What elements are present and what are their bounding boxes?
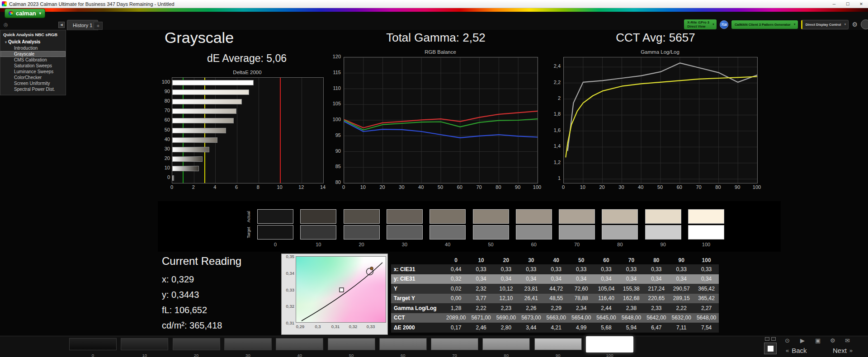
table-cell: 5663,00: [544, 315, 569, 321]
table-cell: 0,34: [669, 276, 694, 282]
level-patch-20[interactable]: [173, 338, 220, 350]
table-cell: 2,38: [619, 305, 644, 311]
sidebar-item-luminance-sweeps[interactable]: Luminance Sweeps: [0, 69, 66, 75]
meter-mode: Direct View: [687, 24, 709, 28]
table-cell: 2,32: [468, 286, 493, 292]
level-patch-30[interactable]: [224, 338, 272, 350]
table-cell: 2,29: [544, 305, 569, 311]
level-patch-70[interactable]: [431, 338, 478, 350]
table-cell: 5690,00: [494, 315, 519, 321]
table-cell: 72,60: [569, 286, 594, 292]
rgb-plot-x-tick: 60: [454, 184, 465, 190]
table-cell: 1,28: [443, 305, 468, 311]
sidebar-item-introduction[interactable]: Introduction: [0, 45, 66, 51]
table-cell: 116,40: [594, 295, 618, 301]
deltae-xlabels: 02468101214: [156, 69, 328, 193]
target-swatch-30: [387, 225, 423, 240]
actual-swatch-60: [516, 209, 552, 224]
sidebar-item-saturation-sweeps[interactable]: Saturation Sweeps: [0, 63, 66, 69]
table-cell: 2,34: [569, 305, 594, 311]
cie-x-tick: 0,3: [311, 324, 324, 329]
pattern-generator-selector[interactable]: CalMAN Client 3 Pattern Generator ▼: [731, 20, 798, 29]
app-window: Calman 2023 Calman Ultimate for Business…: [0, 0, 868, 357]
level-patch-100[interactable]: [586, 336, 633, 352]
table-cell: 0,33: [468, 266, 493, 272]
calman-logo-text: calman: [16, 10, 36, 17]
single-view-toggle[interactable]: [764, 343, 777, 354]
back-button[interactable]: « Back: [786, 347, 807, 354]
swatch-level-label: 40: [429, 242, 466, 247]
rgb-balance-chart: RGB Balance 12011511010510095908580 0102…: [327, 49, 544, 192]
level-patch-80[interactable]: [482, 338, 530, 350]
level-patch-label: 70: [431, 353, 478, 357]
calman-menu-button[interactable]: calman ▾: [5, 9, 45, 18]
level-patch-50[interactable]: [328, 338, 375, 350]
sidebar-item-cms-calibration[interactable]: CMS Calibration: [0, 57, 66, 63]
table-cell: 0,33: [494, 266, 519, 272]
table-cell: 5648,00: [694, 315, 719, 321]
save-icon[interactable]: ▣: [815, 337, 821, 344]
deltae-x-tick: 14: [317, 184, 328, 190]
minimize-button[interactable]: ─: [827, 0, 841, 8]
actual-swatch-20: [344, 209, 380, 224]
level-patch-90[interactable]: [534, 338, 582, 350]
table-cell: 6,47: [644, 324, 669, 331]
maximize-button[interactable]: ☐: [841, 0, 854, 8]
session-icon[interactable]: [861, 19, 868, 29]
table-cell: 0,34: [519, 276, 543, 282]
actual-swatch-80: [602, 209, 638, 224]
swatch-level-label: 80: [602, 242, 638, 247]
actual-swatch-0: [257, 209, 293, 224]
sidebar-item-colorchecker[interactable]: ColorChecker: [0, 75, 66, 80]
add-tab-button[interactable]: +: [94, 22, 103, 30]
target-swatch-40: [429, 225, 466, 240]
gear-icon[interactable]: ⚙: [830, 337, 835, 344]
gamma-plot-x-tick: 90: [732, 184, 743, 190]
table-cell: 0,34: [468, 276, 493, 282]
level-patch-40[interactable]: [276, 338, 323, 350]
level-patch-0[interactable]: [69, 338, 117, 350]
table-cell: 0,34: [569, 276, 594, 282]
sidebar-item-grayscale[interactable]: Grayscale: [0, 51, 66, 57]
reading-cdm2: cd/m²: 365,418: [162, 320, 222, 331]
window-layout-icon[interactable]: [765, 337, 769, 341]
sidebar-collapse-button[interactable]: ◀: [58, 22, 65, 28]
level-patch-10[interactable]: [121, 338, 168, 350]
table-cell: 2,44: [594, 305, 618, 311]
mail-icon[interactable]: ✉: [845, 337, 850, 344]
back-chevron-icon: «: [786, 347, 789, 354]
actual-swatch-40: [429, 209, 466, 224]
table-cell: 78,88: [569, 295, 594, 301]
pin-icon[interactable]: ◎: [4, 22, 8, 28]
gamma-plot-x-tick: 60: [674, 184, 685, 190]
display-control-selector[interactable]: Direct Display Control ▼: [801, 20, 849, 29]
sidebar-root-node[interactable]: ▾Quick Analysis: [0, 39, 66, 45]
rgb-plot-x-tick: 70: [474, 184, 485, 190]
meter-selector[interactable]: X-Rite i1Pro 3 Direct View ▼: [684, 19, 717, 29]
results-table: 0102030405060708090100x: CIE310,440,330,…: [391, 256, 719, 333]
table-cell: 2,46: [468, 324, 493, 331]
calman-logo-icon: [9, 11, 14, 16]
actual-swatch-90: [645, 209, 681, 224]
row-label: CCT: [391, 315, 443, 321]
column-header-80: 80: [644, 257, 669, 263]
close-button[interactable]: ✕: [854, 0, 868, 8]
power-icon[interactable]: ⊙: [785, 337, 790, 344]
sidebar-item-spectral-power-dist[interactable]: Spectral Power Dist.: [0, 86, 66, 92]
next-button[interactable]: Next »: [833, 347, 853, 354]
chevron-down-icon: ▼: [712, 23, 715, 26]
target-swatch-0: [257, 225, 293, 240]
table-cell: 2,27: [694, 305, 719, 311]
gear-icon[interactable]: ⚙: [852, 21, 858, 28]
window-layout-icon[interactable]: [771, 337, 776, 341]
level-patch-label: 0: [69, 353, 117, 357]
rgb-plot-x-tick: 50: [435, 184, 446, 190]
play-icon[interactable]: ▶: [800, 337, 805, 344]
row-label: y: CIE31: [391, 276, 443, 282]
level-patch-label: 20: [173, 353, 220, 357]
meter-status-badge[interactable]: 718: [720, 20, 728, 29]
table-row-target-y: Target Y0,003,7712,1026,4148,5578,88116,…: [391, 294, 719, 304]
sidebar-item-screen-uniformity[interactable]: Screen Uniformity: [0, 80, 66, 86]
level-patch-60[interactable]: [379, 338, 427, 350]
table-cell: 220,65: [644, 295, 669, 301]
